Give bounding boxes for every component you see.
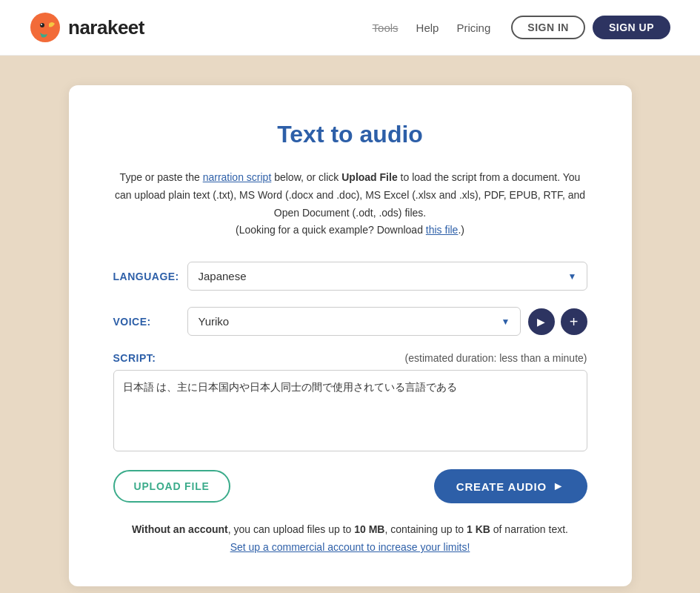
commercial-account-link[interactable]: Set up a commercial account to increase … [230,541,470,553]
narration-script-link[interactable]: narration script [203,171,272,183]
footer-note: Without an account, you can upload files… [113,521,587,557]
signin-button[interactable]: SIGN IN [511,16,585,39]
action-row: UPLOAD FILE CREATE AUDIO ► [113,469,587,503]
page-title: Text to audio [113,121,587,148]
language-select-wrapper: Japanese English Spanish French German ▼ [187,262,587,291]
script-header: SCRIPT: (estimated duration: less than a… [113,352,587,364]
language-select[interactable]: Japanese English Spanish French German [187,262,587,291]
language-row: LANGUAGE: Japanese English Spanish Frenc… [113,262,587,291]
upload-file-button[interactable]: UPLOAD FILE [113,470,230,503]
signup-button[interactable]: SIGN UP [593,16,670,39]
duration-text: (estimated duration: less than a minute) [405,352,587,364]
logo-icon [30,12,61,43]
svg-point-3 [40,23,44,27]
language-label: LANGUAGE: [113,271,187,282]
voice-select[interactable]: Yuriko Kenji Sakura [187,307,521,336]
nav-links: Tools Help Pricing [373,21,491,34]
create-audio-arrow-icon: ► [553,480,565,493]
nav-link-tools[interactable]: Tools [373,21,399,34]
create-audio-button[interactable]: CREATE AUDIO ► [434,469,587,503]
script-textarea[interactable]: 日本語 は、主に日本国内や日本人同士の間で使用されている言語である [113,370,587,451]
voice-row: VOICE: Yuriko Kenji Sakura ▼ ▶ + [113,307,587,336]
footer-bold-1: Without an account [132,523,228,535]
main-card: Text to audio Type or paste the narratio… [69,85,632,586]
footer-bold-3: 1 KB [467,523,490,535]
nav-link-help[interactable]: Help [416,21,439,34]
voice-label: VOICE: [113,316,187,328]
voice-select-wrapper: Yuriko Kenji Sakura ▼ [187,307,521,336]
main-wrapper: Text to audio Type or paste the narratio… [0,56,700,593]
this-file-link[interactable]: this file [426,224,459,236]
svg-point-4 [41,24,42,25]
script-label: SCRIPT: [113,352,156,364]
play-voice-button[interactable]: ▶ [528,308,555,335]
description: Type or paste the narration script below… [113,169,587,239]
script-row: SCRIPT: (estimated duration: less than a… [113,352,587,454]
logo[interactable]: narakeet [30,12,144,43]
create-audio-label: CREATE AUDIO [456,480,547,493]
nav-link-pricing[interactable]: Pricing [456,21,490,34]
footer-bold-2: 10 MB [354,523,384,535]
navbar: narakeet Tools Help Pricing SIGN IN SIGN… [0,0,700,56]
voice-controls: ▶ + [528,308,587,335]
add-voice-button[interactable]: + [561,308,587,335]
logo-text: narakeet [68,16,144,39]
